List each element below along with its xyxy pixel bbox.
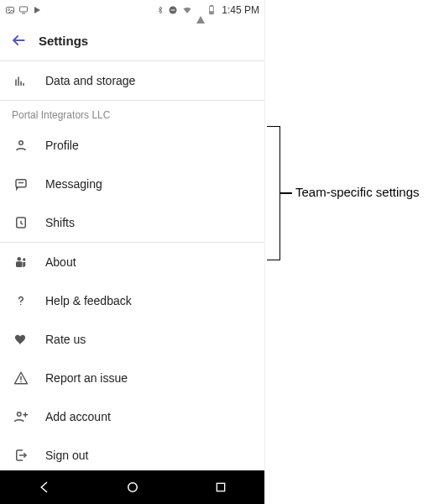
dnd-icon: [168, 5, 178, 15]
add-account-icon: [12, 409, 30, 424]
back-arrow-icon[interactable]: [10, 32, 27, 49]
section-header-org: Portal Integrators LLC: [0, 101, 264, 126]
teams-icon: [12, 255, 30, 270]
nav-back-icon[interactable]: [37, 480, 52, 495]
settings-list: Data and storage Portal Integrators LLC …: [0, 61, 264, 470]
row-label: Data and storage: [45, 74, 253, 87]
annotation: Team-specific settings: [267, 126, 443, 260]
wifi-icon: [181, 5, 193, 15]
row-label: Add account: [45, 410, 253, 423]
android-navbar: [0, 470, 264, 504]
svg-rect-18: [217, 483, 224, 491]
row-profile[interactable]: Profile: [0, 126, 264, 165]
row-label: Help & feedback: [45, 294, 253, 307]
svg-point-16: [18, 412, 22, 417]
svg-rect-4: [171, 10, 175, 11]
histogram-icon: [12, 73, 30, 88]
annotation-label: Team-specific settings: [295, 185, 420, 199]
svg-point-12: [23, 258, 25, 260]
page-title: Settings: [39, 34, 88, 48]
row-messaging[interactable]: Messaging: [0, 165, 264, 203]
row-report-issue[interactable]: Report an issue: [0, 359, 264, 397]
shifts-icon: [12, 215, 30, 230]
profile-icon: [12, 138, 30, 153]
nav-recent-icon[interactable]: [214, 480, 227, 494]
svg-rect-2: [20, 7, 28, 12]
bracket-icon: [267, 126, 280, 260]
row-label: Rate us: [45, 333, 253, 346]
svg-rect-7: [210, 12, 213, 13]
row-label: Profile: [45, 139, 253, 152]
heart-icon: [12, 332, 30, 347]
svg-point-15: [20, 381, 22, 383]
warning-icon: [12, 370, 30, 386]
svg-rect-6: [211, 5, 212, 6]
play-icon: [32, 5, 42, 15]
message-icon: [12, 176, 30, 192]
row-help-feedback[interactable]: Help & feedback: [0, 281, 264, 320]
signal-icon: [196, 4, 205, 16]
row-sign-out[interactable]: Sign out: [0, 436, 264, 470]
svg-point-17: [128, 483, 138, 492]
row-shifts[interactable]: Shifts: [0, 203, 264, 242]
photo-icon: [5, 5, 15, 15]
signout-icon: [12, 448, 30, 463]
row-add-account[interactable]: Add account: [0, 397, 264, 436]
phone-frame: 1:45 PM Settings Data and storage Portal…: [0, 0, 265, 504]
svg-point-14: [20, 304, 22, 306]
battery-icon: [208, 5, 215, 15]
cast-icon: [18, 5, 29, 15]
row-label: Report an issue: [45, 371, 253, 385]
row-about[interactable]: About: [0, 243, 264, 281]
row-label: Messaging: [45, 177, 253, 191]
row-label: About: [45, 255, 253, 269]
svg-point-11: [18, 257, 22, 261]
status-time: 1:45 PM: [222, 4, 259, 16]
row-label: Shifts: [45, 216, 253, 229]
svg-rect-13: [16, 261, 23, 267]
svg-point-8: [19, 141, 24, 145]
row-label: Sign out: [45, 449, 253, 462]
row-rate-us[interactable]: Rate us: [0, 320, 264, 359]
row-data-and-storage[interactable]: Data and storage: [0, 61, 264, 100]
bluetooth-icon: [156, 5, 165, 15]
app-header: Settings: [0, 20, 264, 60]
nav-home-icon[interactable]: [125, 480, 140, 495]
status-bar: 1:45 PM: [0, 0, 264, 20]
svg-point-1: [8, 9, 10, 11]
help-icon: [12, 293, 30, 308]
